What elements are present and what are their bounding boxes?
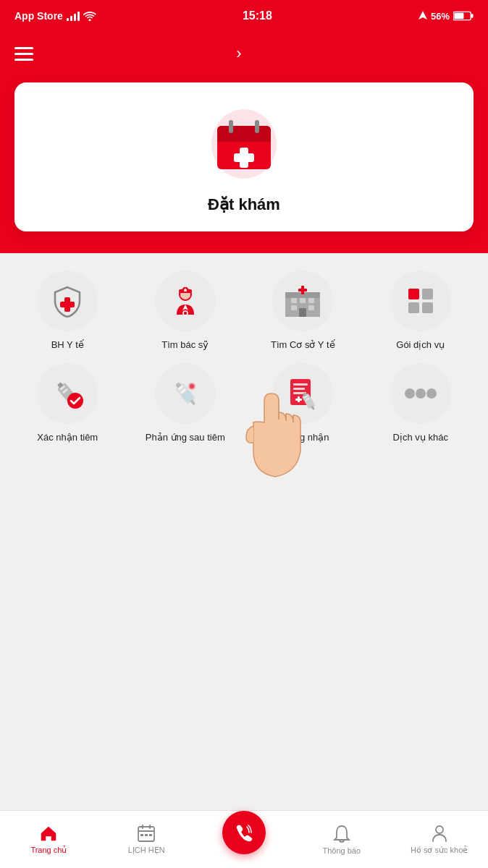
appointment-card[interactable]: Đặt khám [14,82,474,231]
top-nav: › [0,32,488,82]
home-icon [39,824,58,843]
svg-rect-28 [308,305,314,310]
battery-icon [453,11,474,21]
calendar-nav-icon [137,824,156,843]
status-left: App Store [14,10,96,22]
svg-rect-7 [229,120,233,133]
nav-call[interactable] [195,825,293,854]
syringe-check-icon [49,376,85,411]
svg-rect-34 [408,302,419,313]
svg-point-62 [416,388,426,399]
bh-y-te-icon-circle [37,271,98,331]
tim-co-so-y-te-label: Tìm Cơ sở Y tế [271,339,335,352]
hero-section: Đặt khám [0,82,488,253]
svg-point-63 [426,388,437,399]
tim-co-so-y-te-icon-circle [272,271,333,331]
svg-rect-1 [471,14,474,18]
svg-rect-23 [314,298,320,317]
svg-rect-60 [295,399,302,401]
nav-ho-so-suc-khoe[interactable]: Hồ sơ sức khoẻ [390,824,488,855]
svg-point-74 [436,826,443,833]
svg-rect-68 [138,830,154,832]
svg-rect-31 [298,289,307,292]
feature-grid-section: BH Y tế [0,253,488,473]
nav-chevron-icon[interactable]: › [236,44,241,63]
phan-ung-sau-tiem-icon-circle [155,363,216,424]
svg-rect-51 [293,383,308,386]
nav-thong-bao[interactable]: Thông báo [293,825,390,855]
svg-rect-69 [142,825,143,829]
svg-rect-73 [149,834,152,836]
tim-bac-sy-icon-circle [155,271,216,331]
feature-tim-bac-sy[interactable]: Tìm bác sỹ [130,271,242,352]
svg-point-49 [190,384,194,388]
svg-rect-52 [293,388,305,390]
feature-grid-row1: BH Y tế [12,271,476,352]
svg-rect-25 [300,298,306,303]
svg-rect-6 [217,136,271,142]
person-icon [430,824,449,843]
bh-y-te-label: BH Y tế [51,339,84,352]
dots-icon [404,386,437,401]
feature-bh-y-te[interactable]: BH Y tế [12,271,124,352]
bell-icon [332,825,351,843]
svg-rect-29 [299,308,306,317]
svg-rect-72 [145,834,148,836]
svg-point-41 [67,393,83,409]
goi-dich-vu-icon-circle [390,271,451,331]
lich-hen-label: LỊCH HẸN [128,846,165,855]
chung-nhan-icon-circle [272,363,333,424]
nav-lich-hen[interactable]: LỊCH HẸN [98,824,195,855]
bottom-nav: Trang chủ LỊCH HẸN [0,810,488,868]
status-time: 15:18 [243,9,272,22]
status-bar: App Store 15:18 56% [0,0,488,32]
app-store-label: App Store [14,10,63,22]
feature-goi-dich-vu[interactable]: Gói dịch vụ [365,271,477,352]
phone-icon [234,822,254,843]
wifi-icon [83,11,96,21]
svg-point-61 [405,388,415,399]
feature-dich-vu-khac[interactable]: Dịch vụ khác [365,363,477,444]
battery-label: 56% [431,11,450,22]
thong-bao-label: Thông báo [322,846,361,855]
call-button[interactable] [222,811,266,854]
feature-tim-co-so-y-te[interactable]: Tìm Cơ sở Y tế [247,271,359,352]
xac-nhan-tiem-label: Xác nhận tiêm [37,431,98,444]
svg-rect-22 [285,298,291,317]
tim-bac-sy-label: Tìm bác sỹ [161,339,209,352]
svg-rect-70 [149,825,151,829]
hospital-icon [284,284,321,318]
appointment-icon [204,104,284,184]
nav-trang-chu[interactable]: Trang chủ [0,824,98,855]
shield-icon [51,284,84,318]
doctor-icon [167,283,203,319]
feature-chung-nhan[interactable]: Chứng nhận [247,363,359,444]
svg-rect-71 [140,834,143,836]
feature-phan-ung-sau-tiem[interactable]: Phản ứng sau tiêm [130,363,242,444]
status-right: 56% [418,11,474,22]
trang-chu-label: Trang chủ [30,846,67,855]
svg-rect-10 [234,153,254,162]
svg-rect-26 [308,298,314,303]
signal-icon [67,11,80,21]
chung-nhan-label: Chứng nhận [277,431,329,444]
svg-rect-24 [291,298,297,303]
location-icon [418,11,427,21]
phan-ung-sau-tiem-label: Phản ứng sau tiêm [146,431,225,444]
svg-rect-35 [422,302,433,313]
xac-nhan-tiem-icon-circle [37,363,98,424]
svg-rect-18 [184,290,187,292]
dich-vu-khac-icon-circle [390,363,451,424]
ho-so-suc-khoe-label: Hồ sơ sức khoẻ [411,846,468,855]
appointment-label: Đặt khám [208,195,280,214]
goi-dich-vu-label: Gói dịch vụ [396,339,445,352]
svg-rect-8 [255,120,259,133]
svg-rect-2 [454,13,463,19]
svg-rect-33 [422,289,433,299]
feature-xac-nhan-tiem[interactable]: Xác nhận tiêm [12,363,124,444]
syringe-icon [167,376,203,411]
svg-rect-32 [408,289,419,299]
hamburger-menu[interactable] [14,47,33,61]
svg-rect-27 [291,305,297,310]
dich-vu-khac-label: Dịch vụ khác [393,431,448,444]
